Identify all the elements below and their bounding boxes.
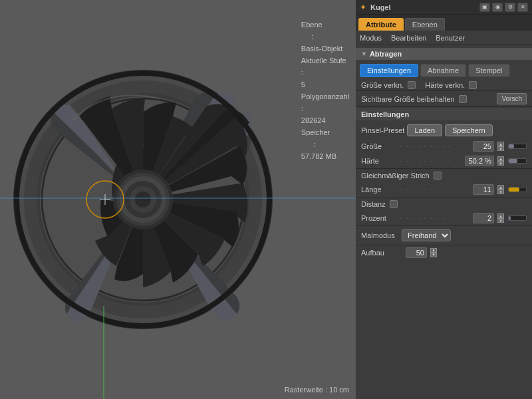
- viewport-3d[interactable]: Ebene : Basis-Objekt Aktuelle Stufe : 5 …: [0, 0, 356, 399]
- sichtbare-row: Sichtbare Größe beibehalten Vorsch: [356, 90, 532, 107]
- prozent-slider-track[interactable]: [508, 215, 527, 221]
- speicher-value: 57.782 MB: [301, 150, 349, 162]
- poly-value: 282624: [301, 114, 349, 126]
- panel-icon-btn-4[interactable]: ✕: [517, 3, 528, 12]
- menu-benutzer[interactable]: Benutzer: [436, 34, 465, 42]
- aufbau-spin: ▲ ▼: [430, 248, 437, 257]
- poly-label: Polygonanzahl: [301, 90, 349, 102]
- sichtbare-checkbox[interactable]: [459, 95, 467, 103]
- viewport-info: Ebene : Basis-Objekt Aktuelle Stufe : 5 …: [301, 19, 349, 162]
- pinsel-preset-row: Pinsel-Preset Laden Speichern: [356, 122, 532, 139]
- groesse-dots: · · · · · · · · ·: [400, 143, 470, 150]
- haerte-spin: ▲ ▼: [497, 156, 504, 166]
- subtab-einstellungen[interactable]: Einstellungen: [360, 64, 418, 77]
- distanz-checkbox[interactable]: [390, 200, 398, 208]
- haerte-field[interactable]: [465, 156, 494, 166]
- laenge-row: Länge · · · · · · · · · ▲ ▼: [356, 182, 532, 197]
- haerte-slider-label: Härte: [361, 157, 398, 165]
- section-abtragen-label: Abtragen: [370, 50, 402, 58]
- gleich-row: Gleichmäßiger Strich: [356, 168, 532, 182]
- groesse-slider-track[interactable]: [508, 144, 527, 149]
- laenge-field[interactable]: [473, 184, 494, 195]
- prozent-spin-down[interactable]: ▼: [497, 218, 504, 223]
- tab-attribute[interactable]: Attribute: [358, 18, 404, 31]
- prozent-spin-up[interactable]: ▲: [497, 213, 504, 218]
- malmodus-label: Malmodus: [361, 231, 398, 239]
- prozent-field[interactable]: [473, 213, 494, 223]
- haerte-dots: · · · · · · · · ·: [400, 158, 462, 164]
- aufbau-spin-down[interactable]: ▼: [430, 253, 437, 257]
- stufe-value: 5: [301, 78, 349, 90]
- haerte-spin-up[interactable]: ▲: [497, 156, 504, 161]
- raster-label: Rasterweite : 10 cm: [285, 386, 349, 394]
- menu-row: Modus Bearbeiten Benutzer: [356, 31, 532, 45]
- menu-modus[interactable]: Modus: [360, 34, 382, 42]
- svg-point-12: [135, 192, 151, 207]
- panel-icon-btn-1[interactable]: ▣: [479, 3, 490, 12]
- distanz-label: Distanz: [361, 200, 386, 208]
- ebene-label: Ebene: [301, 19, 349, 31]
- groesse-field[interactable]: [473, 141, 494, 152]
- prozent-spin: ▲ ▼: [497, 213, 504, 223]
- groesse-spin: ▲ ▼: [497, 142, 504, 151]
- haerte-vern-checkbox[interactable]: [469, 81, 477, 89]
- aufbau-field[interactable]: [406, 247, 427, 258]
- malmodus-select[interactable]: Freihand: [402, 229, 451, 241]
- laenge-spin-down[interactable]: ▼: [497, 190, 504, 194]
- aufbau-row: Aufbau ▲ ▼: [356, 245, 532, 259]
- section-abtragen[interactable]: ▼ Abtragen: [356, 48, 532, 60]
- panel-content: ▼ Abtragen Einstellungen Abnahme Stempel…: [356, 45, 532, 399]
- panel-icon-btn-3[interactable]: ⚙: [505, 3, 515, 12]
- title-text: Kugel: [370, 3, 391, 11]
- panel-icon-btn-2[interactable]: ◉: [492, 3, 503, 12]
- tabs-row: Attribute Ebenen: [356, 15, 532, 31]
- laenge-slider-label: Länge: [361, 186, 398, 194]
- title-bar: ✦ Kugel ▣ ◉ ⚙ ✕: [356, 0, 532, 15]
- aufbau-spin-up[interactable]: ▲: [430, 248, 437, 253]
- laenge-slider-fill: [509, 188, 519, 192]
- haerte-slider-fill: [509, 159, 517, 163]
- laenge-spin-up[interactable]: ▲: [497, 185, 504, 190]
- pinsel-preset-label: Pinsel-Preset: [361, 126, 404, 134]
- speichern-button[interactable]: Speichern: [445, 124, 493, 136]
- gleich-checkbox[interactable]: [434, 172, 442, 180]
- stufe-label: Aktuelle Stufe: [301, 55, 349, 66]
- subtab-stempel[interactable]: Stempel: [468, 64, 509, 77]
- haerte-slider-track[interactable]: [508, 158, 527, 164]
- groesse-spin-up[interactable]: ▲: [497, 142, 504, 146]
- prozent-dots: · · · · · · · ·: [400, 215, 470, 221]
- laenge-dots: · · · · · · · · ·: [400, 186, 470, 193]
- groesse-slider-fill: [509, 144, 514, 148]
- ebene-value: Basis-Objekt: [301, 43, 349, 55]
- menu-bearbeiten[interactable]: Bearbeiten: [391, 34, 426, 42]
- groesse-vern-checkbox[interactable]: [408, 81, 416, 89]
- haerte-vern-label: Härte verkn.: [425, 81, 465, 89]
- sichtbare-label: Sichtbare Größe beibehalten: [361, 95, 455, 103]
- distanz-row: Distanz: [356, 197, 532, 211]
- vorsch-btn[interactable]: Vorsch: [497, 93, 527, 104]
- tab-ebenen[interactable]: Ebenen: [405, 18, 445, 31]
- laenge-slider-track[interactable]: [508, 187, 527, 192]
- prozent-row: Prozent · · · · · · · · ▲ ▼: [356, 211, 532, 225]
- groesse-slider-label: Größe: [361, 142, 398, 150]
- groesse-spin-down[interactable]: ▼: [497, 146, 504, 151]
- groesse-row: Größe · · · · · · · · · ▲ ▼: [356, 139, 532, 154]
- haerte-spin-down[interactable]: ▼: [497, 161, 504, 166]
- prozent-slider-label: Prozent: [361, 214, 398, 222]
- subtab-abnahme[interactable]: Abnahme: [420, 64, 466, 77]
- prozent-slider-fill: [509, 216, 511, 220]
- laden-button[interactable]: Laden: [407, 124, 442, 136]
- laenge-spin: ▲ ▼: [497, 185, 504, 194]
- title-icons-right: ▣ ◉ ⚙ ✕: [479, 3, 528, 12]
- einstellungen-label: Einstellungen: [356, 108, 532, 120]
- gleich-label: Gleichmäßiger Strich: [361, 172, 430, 180]
- groesse-vern-row: Größe verkn. Härte verkn.: [356, 80, 532, 90]
- speicher-label: Speicher: [301, 126, 349, 138]
- sub-tabs: Einstellungen Abnahme Stempel: [356, 61, 532, 80]
- haerte-row: Härte · · · · · · · · · ▲ ▼: [356, 154, 532, 168]
- right-panel: ✦ Kugel ▣ ◉ ⚙ ✕ Attribute Ebenen Modus B…: [356, 0, 532, 399]
- section-arrow: ▼: [361, 51, 367, 57]
- aufbau-slider-label: Aufbau: [361, 249, 398, 257]
- title-icon: ✦: [360, 3, 366, 12]
- malmodus-row: Malmodus Freihand: [356, 225, 532, 245]
